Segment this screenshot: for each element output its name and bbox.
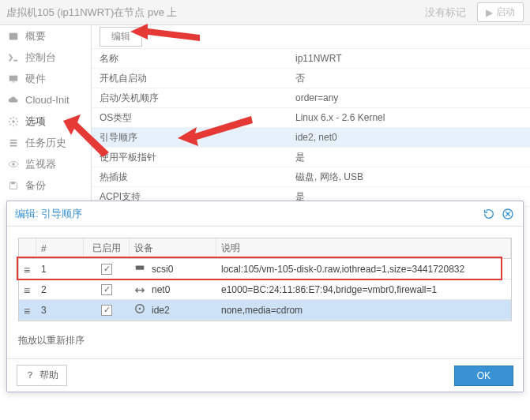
option-row-hotplug[interactable]: 热插拔磁盘, 网络, USB — [92, 167, 530, 187]
enabled-checkbox[interactable] — [101, 264, 112, 275]
svg-rect-0 — [9, 32, 18, 39]
dialog-title: 编辑: 引导顺序 — [15, 207, 477, 221]
option-row-startorder[interactable]: 启动/关机顺序order=any — [92, 88, 530, 108]
dialog-header[interactable]: 编辑: 引导顺序 — [7, 201, 523, 227]
option-row-ostype[interactable]: OS类型Linux 6.x - 2.6 Kernel — [92, 108, 530, 128]
enabled-checkbox[interactable] — [101, 284, 112, 295]
no-tags-label: 没有标记 — [419, 4, 472, 21]
question-icon: ？ — [25, 369, 35, 382]
close-button[interactable] — [501, 207, 515, 221]
sidebar-item-hardware[interactable]: 硬件 — [0, 68, 91, 89]
eye-icon — [8, 159, 19, 170]
summary-icon — [8, 31, 19, 42]
option-row-bootorder[interactable]: 引导顺序ide2, net0 — [92, 128, 530, 148]
network-icon — [134, 283, 145, 296]
svg-rect-1 — [9, 75, 18, 81]
option-row-tablet[interactable]: 使用平板指针是 — [92, 148, 530, 167]
grid-header: # 已启用 设备 说明 — [19, 238, 511, 259]
sidebar-item-backup[interactable]: 备份 — [0, 174, 91, 196]
svg-rect-2 — [12, 81, 15, 82]
sidebar-item-options[interactable]: 选项 — [0, 111, 91, 132]
vm-title: 虚拟机105 (ip11NWRT)在节点 pve 上 — [6, 6, 419, 20]
ok-button[interactable]: OK — [454, 366, 513, 386]
boot-row[interactable]: 3 ide2 none,media=cdrom — [19, 300, 511, 321]
svg-rect-7 — [136, 265, 145, 269]
options-toolbar: 编辑 — [92, 25, 530, 49]
list-icon — [8, 137, 19, 148]
drag-handle-icon[interactable] — [24, 286, 32, 294]
sidebar-item-cloudinit[interactable]: Cloud-Init — [0, 89, 91, 111]
cloud-icon — [8, 95, 19, 106]
option-row-autostart[interactable]: 开机自启动否 — [92, 69, 530, 88]
reset-button[interactable] — [482, 207, 496, 221]
enabled-checkbox[interactable] — [101, 305, 112, 316]
options-grid: 名称ip11NWRT 开机自启动否 启动/关机顺序order=any OS类型L… — [92, 49, 530, 207]
sidebar-item-summary[interactable]: 概要 — [0, 25, 91, 47]
svg-point-9 — [139, 308, 141, 310]
col-desc[interactable]: 说明 — [216, 238, 511, 258]
main-panel: 编辑 名称ip11NWRT 开机自启动否 启动/关机顺序order=any OS… — [92, 25, 530, 201]
option-row-name[interactable]: 名称ip11NWRT — [92, 49, 530, 69]
monitor-icon — [8, 73, 19, 84]
boot-order-grid: # 已启用 设备 说明 1 scsi0 local:105/vm-105-dis… — [18, 238, 512, 321]
drag-handle-icon[interactable] — [24, 265, 32, 273]
reorder-hint: 拖放以重新排序 — [7, 328, 523, 358]
col-num[interactable]: # — [36, 238, 84, 258]
terminal-icon — [8, 52, 19, 63]
dialog-footer: ？帮助 OK — [7, 358, 523, 392]
boot-row[interactable]: 2 net0 e1000=BC:24:11:86:E7:94,bridge=vm… — [19, 279, 511, 300]
start-button[interactable]: ▶ 启动 — [477, 2, 524, 22]
col-enabled[interactable]: 已启用 — [84, 238, 130, 258]
sidebar: 概要 控制台 硬件 Cloud-Init 选项 任务历史 监视器 备份 — [0, 25, 92, 201]
svg-point-3 — [12, 120, 15, 123]
save-icon — [8, 180, 19, 191]
sidebar-item-monitor[interactable]: 监视器 — [0, 153, 91, 174]
svg-point-4 — [12, 163, 15, 166]
drag-handle-icon[interactable] — [24, 306, 32, 314]
edit-button[interactable]: 编辑 — [100, 27, 142, 47]
sidebar-item-taskhistory[interactable]: 任务历史 — [0, 132, 91, 153]
sidebar-item-console[interactable]: 控制台 — [0, 47, 91, 68]
help-button[interactable]: ？帮助 — [17, 365, 67, 386]
svg-rect-5 — [11, 182, 14, 184]
boot-order-dialog: 编辑: 引导顺序 # 已启用 设备 说明 1 scsi0 local:105/v… — [6, 201, 524, 392]
window-header: 虚拟机105 (ip11NWRT)在节点 pve 上 没有标记 ▶ 启动 — [0, 0, 530, 25]
col-device[interactable]: 设备 — [130, 238, 216, 258]
gear-icon — [8, 116, 19, 127]
boot-row[interactable]: 1 scsi0 local:105/vm-105-disk-0.raw,ioth… — [19, 259, 511, 279]
disk-icon — [134, 262, 145, 276]
play-icon: ▶ — [486, 7, 493, 18]
cdrom-icon — [134, 303, 145, 317]
